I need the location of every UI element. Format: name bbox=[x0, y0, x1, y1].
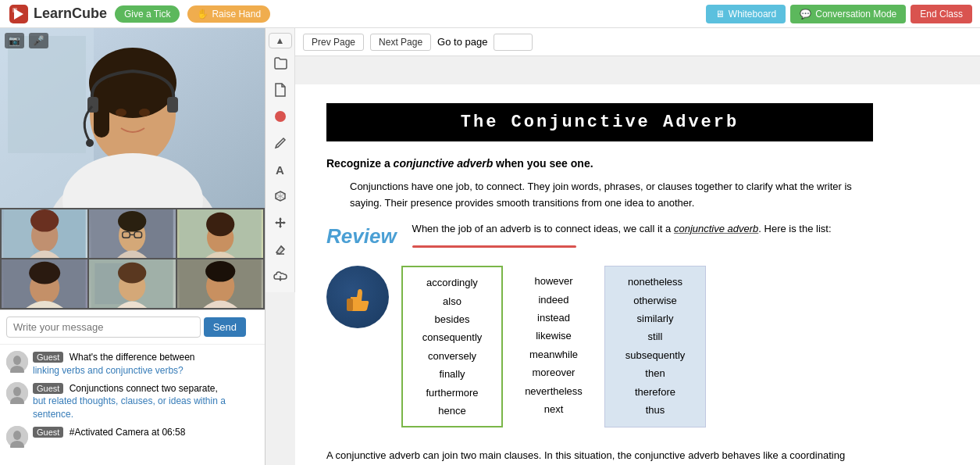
review-row: Review When the job of an adverb is to c… bbox=[326, 221, 873, 254]
whiteboard-icon: 🖥 bbox=[715, 9, 725, 20]
folder-icon bbox=[273, 56, 287, 70]
pencil-button[interactable] bbox=[269, 131, 292, 155]
goto-input[interactable] bbox=[494, 34, 533, 51]
chat-input[interactable] bbox=[6, 317, 201, 338]
topbar-right: 🖥 Whiteboard 💬 Conversation Mode End Cla… bbox=[706, 5, 972, 23]
review-text: When the job of an adverb is to connect … bbox=[412, 221, 873, 254]
eraser-button[interactable] bbox=[269, 238, 292, 261]
svg-point-39 bbox=[205, 261, 235, 282]
svg-point-14 bbox=[86, 139, 94, 147]
conversation-mode-button[interactable]: 💬 Conversation Mode bbox=[790, 5, 906, 23]
svg-rect-58 bbox=[347, 299, 353, 311]
word-list-row: accordinglyalsobesidesconsequentlyconver… bbox=[326, 266, 873, 435]
guest-tag-1: Guest bbox=[33, 352, 63, 363]
chat-input-row: Send bbox=[0, 310, 265, 345]
avatar-1 bbox=[6, 351, 28, 373]
guest-tag-2: Guest bbox=[33, 383, 63, 394]
chat-area: Send Guest What's the differen bbox=[0, 309, 265, 465]
svg-point-44 bbox=[13, 387, 21, 396]
record-icon bbox=[274, 110, 287, 123]
chat-message-2: Guest Conjunctions connect two separate,… bbox=[6, 382, 258, 421]
chat-content-2: Guest Conjunctions connect two separate,… bbox=[33, 382, 258, 421]
italic-term: conjunctive adverb bbox=[394, 157, 494, 170]
mic-icon[interactable]: 🎤 bbox=[29, 33, 48, 48]
main-layout: 📷 🎤 bbox=[0, 28, 980, 465]
scroll-up-button[interactable]: ▲ bbox=[269, 33, 292, 48]
video-controls: 📷 🎤 bbox=[5, 33, 48, 48]
video-thumb-4[interactable] bbox=[2, 259, 87, 308]
camera-icon[interactable]: 📷 bbox=[5, 33, 24, 48]
video-thumbnails bbox=[0, 208, 265, 309]
svg-marker-50 bbox=[279, 217, 282, 220]
word-col-3: nonethelessotherwisesimilarlystillsubseq… bbox=[604, 266, 706, 427]
goto-label: Go to page bbox=[437, 36, 487, 48]
left-panel: 📷 🎤 bbox=[0, 28, 265, 465]
chat-icon: 💬 bbox=[800, 9, 811, 20]
shape-button[interactable] bbox=[269, 184, 292, 208]
chat-messages: Guest What's the difference between link… bbox=[0, 345, 265, 465]
cloud-icon bbox=[273, 270, 287, 281]
cloud-button[interactable] bbox=[269, 264, 292, 288]
file-button[interactable] bbox=[269, 78, 292, 102]
video-thumb-1[interactable] bbox=[2, 209, 87, 258]
video-thumb-2[interactable] bbox=[89, 209, 175, 258]
svg-rect-2 bbox=[12, 8, 17, 13]
right-section: ▲ bbox=[265, 28, 980, 465]
video-thumb-5[interactable] bbox=[89, 259, 175, 308]
move-button[interactable] bbox=[269, 211, 292, 234]
svg-point-10 bbox=[116, 109, 127, 116]
give-tick-button[interactable]: Give a Tick bbox=[115, 5, 180, 23]
file-icon bbox=[274, 83, 287, 97]
cube-icon bbox=[274, 190, 287, 202]
svg-rect-13 bbox=[167, 97, 178, 113]
raise-hand-button[interactable]: ✋ Raise Hand bbox=[187, 5, 270, 23]
svg-point-11 bbox=[139, 109, 150, 116]
thumbs-up-icon bbox=[326, 266, 389, 328]
svg-point-47 bbox=[13, 431, 21, 440]
send-button[interactable]: Send bbox=[204, 317, 246, 337]
main-video-feed: 📷 🎤 bbox=[0, 28, 265, 208]
content-area: The Conjunctive Adverb Recognize a conju… bbox=[295, 84, 980, 465]
guest-tag-3: Guest bbox=[33, 427, 63, 438]
svg-point-19 bbox=[30, 209, 59, 232]
move-icon bbox=[274, 216, 287, 229]
record-button[interactable] bbox=[269, 105, 292, 128]
page-title: The Conjunctive Adverb bbox=[326, 103, 873, 141]
logo-icon bbox=[8, 3, 30, 25]
pencil-icon bbox=[274, 137, 287, 149]
svg-point-36 bbox=[118, 263, 146, 284]
video-thumb-6[interactable] bbox=[177, 259, 263, 308]
review-term: conjunctive adverb bbox=[674, 223, 758, 234]
svg-rect-5 bbox=[8, 36, 86, 153]
logo-text: LearnCube bbox=[34, 5, 107, 22]
avatar-2 bbox=[6, 382, 28, 404]
next-page-button[interactable]: Next Page bbox=[370, 34, 431, 51]
end-class-button[interactable]: End Class bbox=[911, 5, 972, 23]
video-thumb-3[interactable] bbox=[177, 209, 263, 258]
word-table-row: accordinglyalsobesidesconsequentlyconver… bbox=[401, 266, 706, 427]
svg-marker-51 bbox=[279, 226, 282, 228]
toolbar: ▲ bbox=[265, 28, 295, 292]
word-col-1: accordinglyalsobesidesconsequentlyconver… bbox=[401, 266, 503, 427]
page-nav: Prev Page Next Page Go to page bbox=[295, 28, 980, 56]
folder-button[interactable] bbox=[269, 52, 292, 75]
text-button[interactable]: A bbox=[269, 158, 292, 181]
main-video-person bbox=[0, 28, 265, 208]
svg-point-41 bbox=[13, 356, 21, 365]
para1: Conjunctions have one job, to connect. T… bbox=[350, 179, 873, 212]
svg-point-23 bbox=[118, 211, 146, 232]
text-label: A bbox=[276, 163, 284, 177]
chat-message-1: Guest What's the difference between link… bbox=[6, 351, 258, 377]
review-content: When the job of an adverb is to connect … bbox=[412, 221, 873, 254]
prev-page-button[interactable]: Prev Page bbox=[303, 34, 364, 51]
whiteboard-button[interactable]: 🖥 Whiteboard bbox=[706, 5, 786, 23]
logo: LearnCube bbox=[8, 3, 107, 25]
review-label: Review bbox=[326, 221, 397, 249]
video-area: 📷 🎤 bbox=[0, 28, 265, 208]
eraser-icon bbox=[274, 243, 287, 256]
svg-rect-17 bbox=[4, 209, 34, 258]
topbar-left: LearnCube Give a Tick ✋ Raise Hand bbox=[8, 3, 270, 25]
chat-content-3: Guest #Activated Camera at 06:58 bbox=[33, 426, 258, 439]
top-bar: LearnCube Give a Tick ✋ Raise Hand 🖥 Whi… bbox=[0, 0, 980, 28]
bottom-para: A conjunctive adverb can join two main c… bbox=[326, 448, 873, 465]
